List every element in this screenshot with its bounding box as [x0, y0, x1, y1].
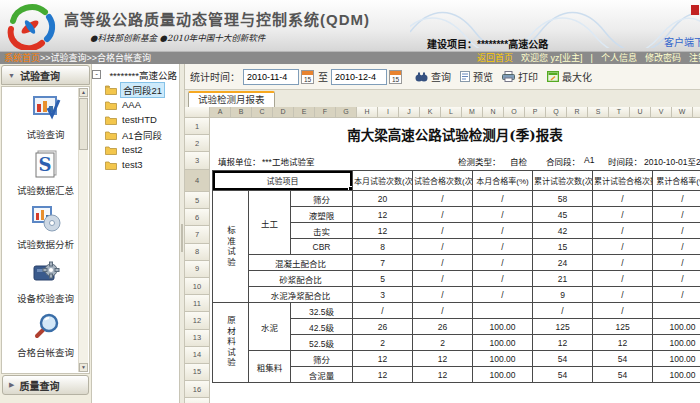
row-number-6[interactable]: 6: [185, 209, 210, 226]
row-number-12[interactable]: 12: [185, 312, 210, 329]
scroll-up-icon[interactable]: ▲: [79, 88, 88, 97]
sheet-cell[interactable]: /: [413, 191, 473, 207]
sheet-cell[interactable]: /: [593, 303, 653, 319]
sheet-cell[interactable]: 21: [533, 271, 593, 287]
accordion-test-query[interactable]: ▼ 试验查询: [1, 65, 90, 85]
sheet-cell[interactable]: 2: [413, 335, 473, 351]
tree-node[interactable]: A1合同段: [92, 127, 179, 142]
sheet-cell[interactable]: /: [473, 207, 533, 223]
sheet-cell[interactable]: 58: [533, 191, 593, 207]
sidebar-item-test-query[interactable]: 试验查询: [2, 94, 89, 141]
sheet-cell[interactable]: /: [473, 223, 533, 239]
row-number-16[interactable]: 16: [185, 381, 210, 398]
maximize-button[interactable]: 最大化: [547, 69, 592, 84]
tree-node[interactable]: testHTD: [92, 112, 179, 127]
sheet-cell[interactable]: 45: [533, 207, 593, 223]
home-link[interactable]: 返回首页: [477, 53, 513, 63]
sheet-cell[interactable]: 筛分: [291, 191, 353, 207]
sheet-cell[interactable]: 100.00: [653, 335, 700, 351]
sheet-cell[interactable]: 本月试验次数(次): [353, 171, 413, 191]
sheet-cell[interactable]: 试验合格次数(次): [413, 171, 473, 191]
sheet-cell[interactable]: 125: [593, 319, 653, 335]
col-letter-W[interactable]: W: [672, 107, 693, 118]
tree-node-label[interactable]: test3: [120, 159, 145, 170]
sheet-cell[interactable]: 125: [533, 319, 593, 335]
sheet-cell[interactable]: 15: [533, 239, 593, 255]
sheet-cell[interactable]: /: [653, 271, 700, 287]
col-letter-H[interactable]: H: [357, 107, 378, 118]
tree-node-label[interactable]: 合同段21: [120, 82, 165, 98]
row-number-5[interactable]: 5: [185, 192, 210, 209]
sheet-cell[interactable]: /: [593, 191, 653, 207]
sheet-cell[interactable]: 100.00: [473, 351, 533, 367]
scrollbar-thumb[interactable]: [79, 98, 88, 150]
sidebar-item-ledger-query[interactable]: 合格台帐查询: [2, 312, 89, 359]
sheet-cell[interactable]: /: [473, 271, 533, 287]
sheet-cell[interactable]: 54: [593, 351, 653, 367]
sheet-cell[interactable]: 12: [353, 223, 413, 239]
select-all-corner[interactable]: [185, 107, 210, 118]
col-letter-B[interactable]: B: [231, 107, 252, 118]
sheet-cell[interactable]: /: [653, 287, 700, 303]
tree-node-label[interactable]: AAA: [120, 99, 143, 110]
sheet-cell[interactable]: 累计试验次数(次): [533, 171, 593, 191]
sheet-cell[interactable]: /: [473, 255, 533, 271]
sheet-cell[interactable]: /: [653, 255, 700, 271]
sheet-cell[interactable]: 击实: [291, 223, 353, 239]
row-number-8[interactable]: 8: [185, 244, 210, 261]
sheet-cell[interactable]: /: [473, 287, 533, 303]
tree-node[interactable]: 合同段21: [92, 82, 179, 97]
col-letter-Q[interactable]: Q: [546, 107, 567, 118]
sheet-cell[interactable]: [473, 303, 533, 319]
row-number-14[interactable]: 14: [185, 347, 210, 364]
sheet-cell[interactable]: 标准试验: [213, 191, 249, 303]
sheet-cell[interactable]: 52.5级: [291, 335, 353, 351]
sheet-cell[interactable]: 26: [353, 319, 413, 335]
col-letter-C[interactable]: C: [252, 107, 273, 118]
sheet-cell[interactable]: /: [593, 207, 653, 223]
sidebar-item-device-check[interactable]: 设备校验查询: [2, 258, 89, 305]
tree-node[interactable]: test2: [92, 142, 179, 157]
sheet-cell[interactable]: 3: [353, 287, 413, 303]
sheet-cell[interactable]: 含泥量: [291, 367, 353, 383]
sheet-cell[interactable]: /: [473, 191, 533, 207]
sheet-cell[interactable]: 水泥净浆配合比: [249, 287, 353, 303]
sheet-cell[interactable]: 100.00: [473, 335, 533, 351]
sheet-cell[interactable]: /: [593, 223, 653, 239]
tree-node[interactable]: test3: [92, 157, 179, 172]
sheet-cell[interactable]: 累计试验合格次数(次): [593, 171, 653, 191]
row-number-15[interactable]: 15: [185, 364, 210, 381]
change-password-link[interactable]: 修改密码: [645, 53, 681, 63]
sheet-cell[interactable]: 100.00: [653, 351, 700, 367]
col-letter-U[interactable]: U: [630, 107, 651, 118]
sheet-cell[interactable]: /: [533, 303, 593, 319]
sheet-cell[interactable]: 筛分: [291, 351, 353, 367]
col-letter-A[interactable]: A: [210, 107, 231, 118]
sheet-cell[interactable]: 12: [353, 351, 413, 367]
col-letter-I[interactable]: I: [378, 107, 399, 118]
tree-node-label[interactable]: testHTD: [120, 114, 159, 125]
sheet-cell[interactable]: 12: [593, 335, 653, 351]
tree-node-label[interactable]: test2: [120, 144, 145, 155]
logout-link[interactable]: 注销: [689, 53, 700, 63]
sheet-cell[interactable]: /: [413, 207, 473, 223]
col-letter-T[interactable]: T: [609, 107, 630, 118]
sheet-cell[interactable]: 54: [533, 351, 593, 367]
print-button[interactable]: 打印: [502, 69, 538, 84]
sheet-cell[interactable]: /: [593, 287, 653, 303]
row-number-9[interactable]: 9: [185, 261, 210, 278]
sheet-cell[interactable]: 土工: [249, 191, 291, 255]
sheet-cell[interactable]: 20: [353, 191, 413, 207]
tree-root-label[interactable]: ********高速公路: [107, 68, 179, 82]
sheet-cell[interactable]: 累计合格率(%): [653, 171, 700, 191]
row-number-2[interactable]: 2: [185, 135, 210, 152]
row-number-17[interactable]: 17: [185, 398, 210, 403]
sheet-cell[interactable]: 原材料试验: [213, 303, 249, 383]
row-number-13[interactable]: 13: [185, 330, 210, 347]
sheet-cell[interactable]: 12: [413, 367, 473, 383]
col-letter-P[interactable]: P: [525, 107, 546, 118]
col-letter-D[interactable]: D: [273, 107, 294, 118]
calendar-icon[interactable]: 15: [389, 70, 402, 84]
scroll-down-icon[interactable]: ▼: [79, 363, 88, 372]
sheet-cell[interactable]: 试验项目: [213, 171, 353, 191]
